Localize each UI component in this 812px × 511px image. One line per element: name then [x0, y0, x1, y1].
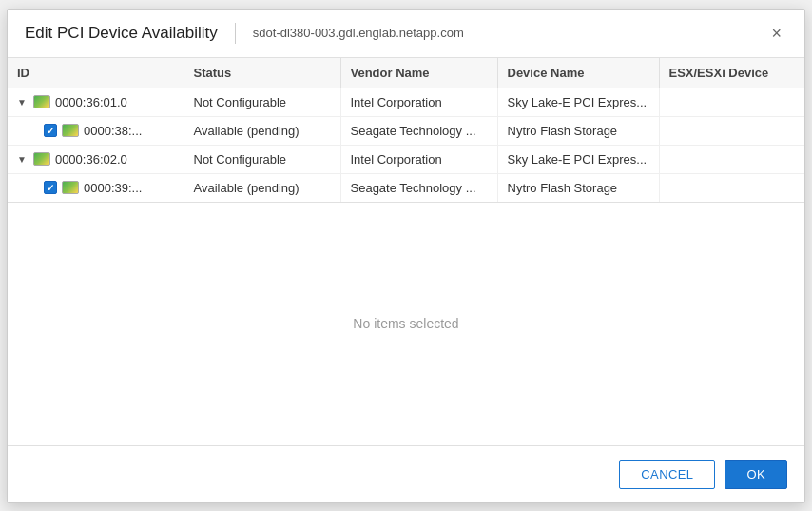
esx-cell — [659, 116, 804, 145]
col-header-device: Device Name — [497, 58, 659, 88]
pci-icon — [33, 95, 50, 108]
child-id-cell[interactable]: 0000:38:... — [8, 116, 184, 145]
table-row: ▼ 0000:36:02.0 Not ConfigurableIntel Cor… — [8, 145, 804, 173]
dialog-header: Edit PCI Device Availability sdot-dl380-… — [8, 10, 804, 58]
vendor-cell: Seagate Technology ... — [340, 173, 497, 202]
table-row[interactable]: 0000:39:... Available (pending)Seagate T… — [8, 173, 804, 202]
id-label: 0000:36:02.0 — [55, 152, 127, 167]
cancel-button[interactable]: CANCEL — [619, 460, 715, 489]
status-cell: Not Configurable — [184, 145, 340, 173]
table-row: ▼ 0000:36:01.0 Not ConfigurableIntel Cor… — [8, 88, 804, 116]
id-label: 0000:36:01.0 — [55, 95, 127, 109]
parent-id-cell[interactable]: ▼ 0000:36:02.0 — [8, 145, 184, 173]
edit-pci-dialog: Edit PCI Device Availability sdot-dl380-… — [7, 9, 805, 503]
device-cell: Nytro Flash Storage — [497, 173, 659, 202]
status-cell: Not Configurable — [184, 88, 340, 116]
col-header-id: ID — [8, 58, 184, 88]
id-label: 0000:38:... — [84, 124, 142, 138]
pci-icon — [62, 124, 79, 137]
row-checkbox[interactable] — [44, 124, 57, 137]
esx-cell — [659, 173, 804, 202]
dialog-subtitle: sdot-dl380-003.gdl.englab.netapp.com — [253, 26, 766, 40]
status-cell: Available (pending) — [184, 116, 340, 145]
tree-arrow-icon: ▼ — [17, 154, 27, 165]
ok-button[interactable]: OK — [725, 460, 787, 489]
pci-table: ID Status Vendor Name Device Name ESX/ES… — [8, 58, 804, 202]
tree-arrow-icon: ▼ — [17, 97, 27, 108]
header-divider — [235, 23, 236, 44]
device-cell: Nytro Flash Storage — [497, 116, 659, 145]
table-header-row: ID Status Vendor Name Device Name ESX/ES… — [8, 58, 804, 88]
vendor-cell: Intel Corporation — [340, 88, 497, 116]
table-row[interactable]: 0000:38:... Available (pending)Seagate T… — [8, 116, 804, 145]
col-header-esx: ESX/ESXi Device — [659, 58, 804, 88]
no-items-text: No items selected — [353, 316, 458, 331]
id-label: 0000:39:... — [84, 181, 142, 195]
esx-cell — [659, 88, 804, 116]
device-cell: Sky Lake-E PCI Expres... — [497, 145, 659, 173]
pci-icon — [33, 152, 50, 166]
vendor-cell: Seagate Technology ... — [340, 116, 497, 145]
esx-cell — [659, 145, 804, 173]
vendor-cell: Intel Corporation — [340, 145, 497, 173]
row-checkbox[interactable] — [44, 181, 57, 194]
close-button[interactable]: × — [765, 23, 787, 44]
status-cell: Available (pending) — [184, 173, 340, 202]
device-cell: Sky Lake-E PCI Expres... — [497, 88, 659, 116]
pci-icon — [62, 181, 79, 194]
child-id-cell[interactable]: 0000:39:... — [8, 173, 184, 202]
dialog-body: ID Status Vendor Name Device Name ESX/ES… — [8, 58, 804, 445]
dialog-title: Edit PCI Device Availability — [25, 24, 218, 43]
col-header-status: Status — [184, 58, 340, 88]
empty-area: No items selected — [8, 203, 804, 445]
dialog-footer: CANCEL OK — [8, 445, 804, 502]
table-container: ID Status Vendor Name Device Name ESX/ES… — [8, 58, 804, 203]
col-header-vendor: Vendor Name — [340, 58, 497, 88]
parent-id-cell[interactable]: ▼ 0000:36:01.0 — [8, 88, 184, 116]
